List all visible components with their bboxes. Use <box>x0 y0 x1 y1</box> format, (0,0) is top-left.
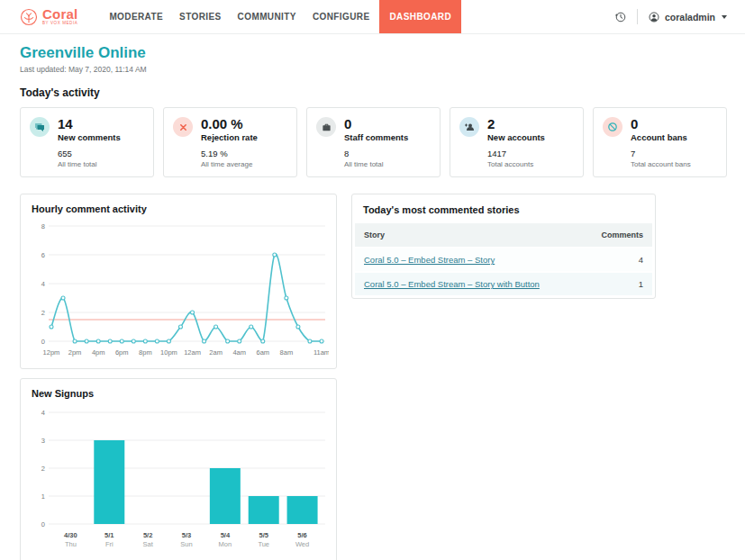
nav-item-stories[interactable]: STORIES <box>171 0 230 33</box>
svg-text:5/1: 5/1 <box>104 531 114 539</box>
stat-value: 14 <box>58 116 121 131</box>
column-header-story: Story <box>364 230 385 239</box>
hourly-activity-chart: 0246812pm2pm4pm6pm8pm10pm12am2am4am6am8a… <box>32 219 329 361</box>
svg-text:Sun: Sun <box>180 540 192 548</box>
most-commented-stories-panel: Today's most commented stories Story Com… <box>351 194 656 299</box>
svg-text:6pm: 6pm <box>115 348 129 357</box>
stat-value: 0.00 % <box>201 116 258 131</box>
stories-table-header: Story Comments <box>355 223 652 247</box>
stat-secondary-label: All time total <box>344 160 408 168</box>
svg-text:12am: 12am <box>184 348 201 357</box>
svg-text:12pm: 12pm <box>43 348 60 357</box>
svg-text:11am: 11am <box>313 348 329 357</box>
svg-text:3: 3 <box>41 437 45 445</box>
stat-secondary-label: All time total <box>58 160 121 168</box>
charts-column: Hourly comment activity 0246812pm2pm4pm6… <box>20 194 337 560</box>
stat-value: 2 <box>487 116 545 131</box>
top-nav: Coral BY VOX MEDIA MODERATE STORIES COMM… <box>0 0 745 34</box>
stories-panel-title: Today's most commented stories <box>355 203 652 223</box>
stat-label: New accounts <box>487 132 545 142</box>
svg-text:Mon: Mon <box>219 540 232 548</box>
nav-item-configure[interactable]: CONFIGURE <box>304 0 378 33</box>
hourly-activity-card: Hourly comment activity 0246812pm2pm4pm6… <box>20 194 337 369</box>
columns-wrap: Hourly comment activity 0246812pm2pm4pm6… <box>20 194 656 560</box>
stat-secondary-value: 5.19 % <box>201 149 258 158</box>
history-icon[interactable] <box>614 11 627 23</box>
coral-tree-icon <box>20 8 38 26</box>
story-link[interactable]: Coral 5.0 – Embed Stream – Story with Bu… <box>364 279 540 289</box>
stat-card-new-accounts: 2 New accounts 1417 Total accounts <box>450 107 584 177</box>
svg-text:4pm: 4pm <box>92 348 105 357</box>
stat-secondary-value: 8 <box>344 149 408 158</box>
svg-text:5/3: 5/3 <box>182 531 191 539</box>
page-title: Greenville Online <box>20 44 727 62</box>
svg-text:4am: 4am <box>232 348 246 357</box>
stat-card-account-bans: 0 Account bans 7 Total account bans <box>593 107 727 177</box>
signups-chart-title: New Signups <box>32 388 329 399</box>
svg-text:10pm: 10pm <box>160 348 177 357</box>
stat-secondary-value: 7 <box>631 149 691 158</box>
stat-secondary-value: 1417 <box>487 149 545 158</box>
svg-text:2: 2 <box>41 309 45 317</box>
stat-label: Account bans <box>631 132 691 142</box>
svg-text:8am: 8am <box>280 348 294 357</box>
main-content: Greenville Online Last updated: May 7, 2… <box>0 34 745 560</box>
svg-text:8pm: 8pm <box>139 348 152 357</box>
svg-text:0: 0 <box>41 338 45 346</box>
ban-icon <box>603 117 622 137</box>
logo-byline-text: BY VOX MEDIA <box>42 22 77 26</box>
stat-label: Staff comments <box>344 132 408 142</box>
table-row: Coral 5.0 – Embed Stream – Story with Bu… <box>355 273 652 295</box>
svg-text:1: 1 <box>41 492 45 501</box>
column-header-comments: Comments <box>601 230 643 239</box>
stat-card-staff-comments: 0 Staff comments 8 All time total <box>306 107 441 177</box>
today-activity-heading: Today's activity <box>20 86 727 99</box>
svg-text:6am: 6am <box>256 348 269 357</box>
story-comment-count: 4 <box>639 255 643 265</box>
svg-text:Wed: Wed <box>295 540 309 548</box>
svg-text:5/6: 5/6 <box>297 531 306 539</box>
stat-label: New comments <box>58 132 121 142</box>
new-signups-chart: 012344/30Thu5/1Fri5/2Sat5/3Sun5/4Mon5/5T… <box>32 403 329 558</box>
svg-text:4/30: 4/30 <box>64 531 77 539</box>
user-name: coraladmin <box>665 12 715 23</box>
add-account-icon <box>459 117 479 137</box>
hourly-chart-title: Hourly comment activity <box>32 203 329 214</box>
user-avatar-icon <box>648 11 660 23</box>
svg-text:4: 4 <box>41 409 45 417</box>
coral-logo[interactable]: Coral BY VOX MEDIA <box>20 0 77 33</box>
svg-text:Thu: Thu <box>65 540 77 548</box>
story-link[interactable]: Coral 5.0 – Embed Stream – Story <box>364 255 495 265</box>
svg-text:6: 6 <box>41 251 45 259</box>
svg-text:2pm: 2pm <box>68 348 82 357</box>
last-updated: Last updated: May 7, 2020, 11:14 AM <box>20 65 727 74</box>
stat-value: 0 <box>344 116 408 131</box>
stat-secondary-label: Total account bans <box>631 160 691 168</box>
svg-text:2am: 2am <box>209 348 223 357</box>
svg-text:5/5: 5/5 <box>259 531 268 539</box>
nav-right: coraladmin <box>614 0 727 33</box>
table-row: Coral 5.0 – Embed Stream – Story 4 <box>355 248 652 271</box>
svg-text:0: 0 <box>41 520 45 528</box>
staff-icon <box>316 117 336 137</box>
stat-secondary-value: 655 <box>58 149 121 158</box>
rejected-icon <box>173 117 193 137</box>
comments-icon <box>30 117 50 137</box>
user-menu[interactable]: coraladmin <box>648 11 727 23</box>
stats-row: 14 New comments 655 All time total 0.00 … <box>20 107 727 177</box>
logo-brand-text: Coral <box>42 7 77 21</box>
svg-text:8: 8 <box>41 222 45 230</box>
nav-item-dashboard[interactable]: DASHBOARD <box>379 0 461 33</box>
svg-text:2: 2 <box>41 465 45 473</box>
nav-item-community[interactable]: COMMUNITY <box>230 0 304 33</box>
stories-column: Today's most commented stories Story Com… <box>351 194 656 299</box>
svg-text:5/2: 5/2 <box>143 531 152 539</box>
nav-item-moderate[interactable]: MODERATE <box>101 0 171 33</box>
stat-secondary-label: All time average <box>201 160 258 168</box>
svg-text:4: 4 <box>41 280 45 288</box>
story-comment-count: 1 <box>639 279 643 289</box>
svg-text:5/4: 5/4 <box>221 531 231 539</box>
nav-items: MODERATE STORIES COMMUNITY CONFIGURE DAS… <box>101 0 461 33</box>
nav-divider <box>637 9 638 24</box>
new-signups-card: New Signups 012344/30Thu5/1Fri5/2Sat5/3S… <box>20 378 337 560</box>
